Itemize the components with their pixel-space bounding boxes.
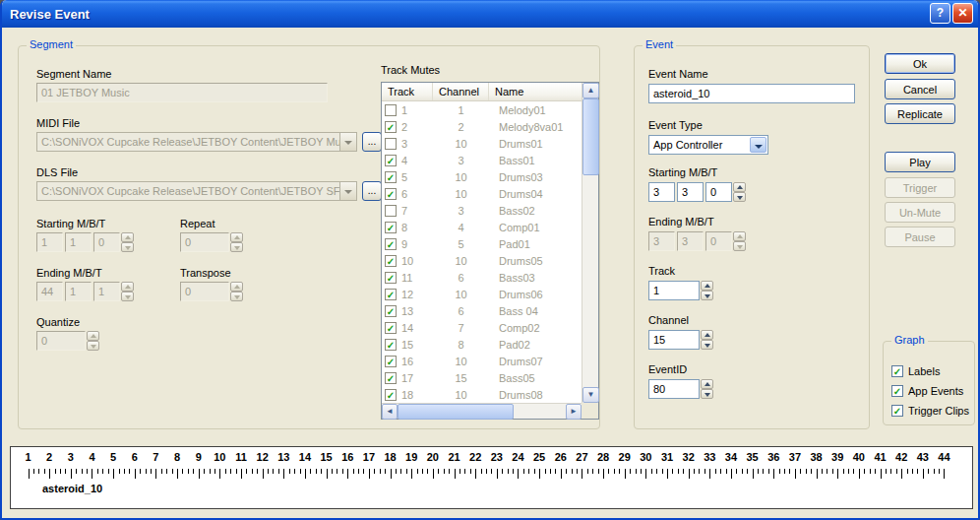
- column-header-track[interactable]: Track: [382, 83, 433, 100]
- mute-checkbox[interactable]: ✓: [385, 305, 397, 317]
- track-mutes-row[interactable]: ✓43Bass01: [382, 152, 582, 168]
- ruler[interactable]: asteroid_10 1234567891011121314151617181…: [10, 446, 973, 509]
- track-mutes-row[interactable]: 73Bass02: [382, 202, 582, 219]
- track-mutes-row[interactable]: ✓95Pad01: [382, 235, 582, 252]
- ruler-tick: [678, 469, 679, 474]
- mute-checkbox[interactable]: ✓: [385, 222, 397, 233]
- graph-option-trigger-clips[interactable]: ✓Trigger Clips: [891, 403, 969, 419]
- mute-checkbox[interactable]: [385, 205, 397, 217]
- event-starting-beat[interactable]: 3: [677, 182, 704, 202]
- mute-checkbox[interactable]: ✓: [385, 389, 397, 401]
- timeline-event-label[interactable]: asteroid_10: [42, 483, 102, 494]
- spinner-down-icon[interactable]: [733, 192, 746, 202]
- mute-checkbox[interactable]: ✓: [385, 255, 397, 267]
- mute-checkbox[interactable]: ✓: [385, 289, 397, 300]
- ok-button[interactable]: Ok: [885, 53, 955, 74]
- ruler-tick: [273, 469, 274, 474]
- track-mutes-row[interactable]: ✓158Pad02: [382, 336, 582, 353]
- track-mutes-row[interactable]: 11Melody01: [382, 101, 582, 118]
- ruler-number: 41: [874, 451, 886, 463]
- ruler-number: 42: [895, 451, 907, 463]
- track-input[interactable]: 1: [648, 281, 700, 300]
- track-number: 1: [401, 104, 407, 116]
- ruler-tick: [577, 469, 578, 474]
- track-mutes-row[interactable]: ✓84Comp01: [382, 219, 582, 235]
- scroll-right-icon[interactable]: ►: [566, 404, 582, 420]
- mute-checkbox[interactable]: [385, 104, 397, 116]
- ruler-number: 30: [640, 451, 651, 463]
- track-mutes-row[interactable]: ✓610Drums04: [382, 185, 582, 202]
- segment-starting-measure: 1: [36, 232, 63, 252]
- segment-starting-tick: 0: [93, 232, 120, 252]
- spinner-up-icon[interactable]: [733, 182, 746, 192]
- ruler-tick: [773, 469, 774, 479]
- vertical-scrollbar[interactable]: ▲ ▼: [582, 83, 598, 403]
- spinner-up-icon[interactable]: [701, 281, 713, 291]
- mute-checkbox[interactable]: [385, 138, 397, 150]
- mute-checkbox[interactable]: ✓: [385, 121, 397, 133]
- ruler-tick: [177, 469, 178, 479]
- mute-checkbox[interactable]: ✓: [385, 171, 397, 183]
- checkbox-icon[interactable]: ✓: [891, 405, 903, 417]
- mute-checkbox[interactable]: ✓: [385, 356, 397, 367]
- vertical-scroll-thumb[interactable]: [582, 98, 599, 175]
- horizontal-scrollbar[interactable]: ◄ ►: [382, 403, 582, 419]
- eventid-input[interactable]: 80: [648, 379, 700, 399]
- ruler-tick: [779, 469, 780, 474]
- track-mutes-row[interactable]: ✓1210Drums06: [382, 286, 582, 302]
- track-mutes-row[interactable]: 310Drums01: [382, 135, 582, 152]
- close-button[interactable]: ✕: [952, 3, 973, 24]
- dls-browse-button[interactable]: ...: [362, 181, 382, 201]
- column-header-name[interactable]: Name: [489, 83, 582, 100]
- channel-input[interactable]: 15: [648, 330, 700, 350]
- replicate-button[interactable]: Replicate: [885, 103, 955, 124]
- spinner-down-icon[interactable]: [701, 389, 713, 399]
- mute-checkbox[interactable]: ✓: [385, 372, 397, 384]
- graph-option-app-events[interactable]: ✓App Events: [891, 383, 963, 399]
- event-starting-measure[interactable]: 3: [648, 182, 675, 202]
- spinner-down-icon[interactable]: [701, 340, 713, 350]
- mute-checkbox[interactable]: ✓: [385, 155, 397, 166]
- checkbox-icon[interactable]: ✓: [891, 365, 903, 377]
- graph-option-labels[interactable]: ✓Labels: [891, 363, 940, 379]
- mute-checkbox[interactable]: ✓: [385, 188, 397, 200]
- spinner-up-icon[interactable]: [701, 330, 713, 340]
- mute-checkbox[interactable]: ✓: [385, 322, 397, 334]
- horizontal-scroll-thumb[interactable]: [398, 404, 514, 420]
- scroll-down-icon[interactable]: ▼: [582, 387, 599, 403]
- help-button[interactable]: ?: [930, 3, 950, 24]
- play-button[interactable]: Play: [885, 152, 955, 172]
- graph-option-label: App Events: [908, 385, 963, 397]
- checkbox-icon[interactable]: ✓: [891, 385, 903, 397]
- ruler-number: 34: [725, 451, 737, 463]
- spinner-up-icon[interactable]: [701, 379, 713, 389]
- mute-checkbox[interactable]: ✓: [385, 238, 397, 250]
- mute-checkbox[interactable]: ✓: [385, 339, 397, 351]
- column-header-channel[interactable]: Channel: [433, 83, 489, 100]
- midi-file-value: C:\SONiVOX Cupcake Release\JETBOY Conten…: [37, 133, 339, 151]
- channel-number: 3: [433, 155, 489, 166]
- scroll-left-icon[interactable]: ◄: [382, 404, 398, 420]
- track-mutes-row[interactable]: ✓1010Drums05: [382, 252, 582, 269]
- mute-checkbox[interactable]: ✓: [385, 272, 397, 284]
- ruler-tick: [337, 469, 337, 474]
- track-mutes-row[interactable]: ✓22Melody8va01: [382, 118, 582, 135]
- event-ending-tick: 0: [705, 231, 732, 251]
- track-mutes-row[interactable]: ✓1610Drums07: [382, 353, 582, 369]
- spinner-down-icon[interactable]: [701, 291, 713, 300]
- event-type-dropdown[interactable]: App Controller: [648, 135, 768, 155]
- track-mutes-row[interactable]: ✓510Drums03: [382, 168, 582, 185]
- scroll-up-icon[interactable]: ▲: [582, 83, 599, 98]
- ruler-tick: [656, 469, 657, 474]
- track-mutes-row[interactable]: ✓136Bass 04: [382, 302, 582, 319]
- event-name-input[interactable]: asteroid_10: [648, 84, 855, 103]
- midi-browse-button[interactable]: ...: [362, 132, 382, 152]
- cancel-button[interactable]: Cancel: [885, 79, 955, 99]
- track-mutes-row[interactable]: ✓1810Drums08: [382, 386, 582, 403]
- dropdown-arrow-icon[interactable]: [750, 137, 766, 153]
- track-name: Pad02: [489, 339, 582, 351]
- track-mutes-row[interactable]: ✓147Comp02: [382, 319, 582, 336]
- track-mutes-row[interactable]: ✓116Bass03: [382, 269, 582, 286]
- track-mutes-row[interactable]: ✓1715Bass05: [382, 369, 582, 386]
- event-starting-tick[interactable]: 0: [705, 182, 732, 202]
